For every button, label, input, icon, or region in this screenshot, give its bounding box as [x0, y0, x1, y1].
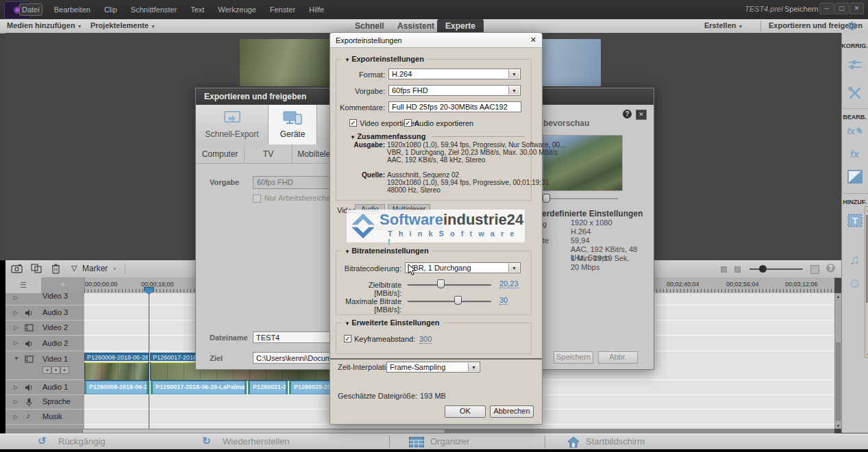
track-header-video3[interactable]: ▷ Video 3 [5, 293, 84, 305]
work-area-checkbox[interactable] [253, 194, 261, 203]
preview-scrub-slider[interactable] [543, 198, 618, 199]
trash-icon[interactable] [51, 263, 60, 274]
expand-icon[interactable]: ▷ [14, 310, 18, 316]
subtab-computer[interactable]: Computer [196, 145, 245, 164]
add-keyframe-icon[interactable]: ♦ [51, 366, 60, 374]
redo-button[interactable]: Wiederherstellen [223, 436, 290, 447]
maximize-icon[interactable]: ▢ [834, 3, 849, 14]
track-header-audio2[interactable]: ▷ Audio 2 [5, 336, 84, 351]
tab-assistent[interactable]: Assistent [389, 19, 443, 33]
home-icon[interactable] [567, 436, 580, 448]
track-header-musik[interactable]: ▷ ♪ Musik [5, 410, 84, 425]
minimize-icon[interactable]: ─ [819, 3, 834, 14]
vorgabe-dropdown[interactable]: 60fps FHD▼ [388, 85, 521, 96]
collapse-icon[interactable]: ▼ [345, 249, 351, 255]
marker-flag-icon[interactable]: ▽ [71, 264, 77, 273]
track-header-sprache[interactable]: ▷ Sprache [5, 395, 84, 410]
zeit-interpolation-dropdown[interactable]: Frame-Sampling▼ [386, 362, 480, 373]
scrollbar-thumb[interactable] [82, 429, 445, 434]
collapse-icon[interactable]: ▼ [14, 355, 19, 362]
tab-schnell[interactable]: Schnell [347, 19, 393, 33]
fit-to-view-icon[interactable] [810, 265, 819, 274]
zoom-out-icon[interactable] [721, 266, 727, 273]
close-icon[interactable]: ✕ [530, 36, 536, 45]
tab-experte[interactable]: Experte [437, 19, 484, 33]
fx-icon[interactable]: fx [841, 148, 868, 160]
panel-cancel-button[interactable]: Abbr. [598, 351, 638, 364]
expand-icon[interactable]: ▷ [14, 340, 18, 346]
menu-clip[interactable]: Clip [102, 4, 119, 15]
dialog-scrollbar[interactable]: ▲ ▼ [865, 206, 868, 358]
help-icon[interactable]: ? [826, 264, 835, 273]
collapse-icon[interactable]: ▼ [345, 57, 351, 63]
expand-icon[interactable]: ▷ [14, 325, 18, 331]
create-button[interactable]: Erstellen ▼ [704, 21, 743, 29]
timeline-zoom-slider[interactable] [749, 268, 803, 270]
close-icon[interactable]: ✕ [850, 3, 864, 14]
expand-icon[interactable]: ▷ [14, 414, 18, 420]
redo-icon[interactable]: ↻ [202, 435, 211, 447]
abbrechen-button[interactable]: Abbrechen [490, 405, 534, 418]
organizer-button[interactable]: Organizer [430, 436, 469, 447]
track-header-video2[interactable]: ▷ Video 2 [5, 321, 84, 336]
maxbitrate-thumb[interactable] [454, 296, 462, 305]
maxbitrate-value[interactable]: 30 [499, 296, 508, 305]
scroll-down-icon[interactable]: ▼ [865, 353, 868, 357]
transition-icon[interactable] [847, 170, 863, 184]
video-clip[interactable]: P1260008-2018-06-26-LaPal [84, 353, 149, 381]
expand-icon[interactable]: ▷ [14, 294, 18, 301]
expand-icon[interactable]: ▷ [14, 384, 18, 390]
menu-hilfe[interactable]: Hilfe [307, 4, 326, 15]
title-icon[interactable]: T [847, 214, 863, 227]
zielbitrate-thumb[interactable] [437, 279, 445, 288]
snapshot-camera-icon[interactable] [11, 264, 23, 273]
organizer-grid-icon[interactable] [409, 437, 424, 447]
add-media-button[interactable]: Medien hinzufügen ▼ [7, 21, 82, 29]
scroll-up-icon[interactable]: ▲ [865, 207, 868, 214]
vertical-scrollbar[interactable]: ▲ ▼ [834, 293, 841, 429]
tools-icon[interactable] [848, 86, 862, 100]
collapse-icon[interactable]: ▼ [350, 134, 357, 140]
menu-text[interactable]: Text [188, 4, 206, 15]
track-header-audio3[interactable]: ▷ Audio 3 [5, 305, 84, 321]
ok-button[interactable]: OK [445, 405, 486, 418]
keyframe-checkbox[interactable]: ✓ [344, 335, 351, 342]
undo-icon[interactable]: ↺ [38, 435, 47, 447]
scrollbar-thumb[interactable] [836, 342, 841, 420]
expand-icon[interactable]: ▷ [14, 399, 18, 405]
audio-export-checkbox[interactable]: ✓ [404, 119, 412, 127]
menu-werkzeuge[interactable]: Werkzeuge [216, 4, 258, 15]
tab-geraete[interactable]: Geräte [269, 105, 317, 145]
scroll-down-icon[interactable]: ▼ [835, 424, 841, 428]
menu-datei[interactable]: Datei [19, 3, 42, 16]
menu-schnittfenster[interactable]: Schnittfenster [129, 4, 179, 15]
preview-slider-thumb[interactable] [543, 194, 550, 203]
maxbitrate-slider[interactable] [408, 301, 491, 303]
close-icon[interactable]: ✕ [636, 110, 647, 120]
tab-schnell-export[interactable]: Schnell-Export [196, 105, 269, 145]
zielbitrate-value[interactable]: 20,23 [499, 279, 519, 288]
zoom-slider-thumb[interactable] [759, 265, 767, 273]
subtab-tv[interactable]: TV [245, 145, 293, 164]
adjust-icon[interactable] [847, 59, 863, 71]
track-header-audio1[interactable]: ▷ Audio 1 [5, 380, 84, 395]
zielbitrate-slider[interactable] [408, 284, 491, 286]
track-header-video1[interactable]: ▼ Video 1 ◂ ♦ ▸ [5, 351, 84, 380]
next-keyframe-icon[interactable]: ▸ [60, 366, 69, 374]
track-settings-icon[interactable]: ☰ [5, 277, 42, 293]
scroll-up-icon[interactable]: ▲ [835, 293, 841, 300]
help-icon[interactable]: ? [623, 110, 632, 118]
format-dropdown[interactable]: H.264▼ [388, 68, 521, 79]
home-button[interactable]: Startbildschirm [586, 436, 645, 447]
gear-icon[interactable] [847, 21, 857, 31]
bitratecodierung-dropdown[interactable]: VBR, 1 Durchgang▼ [405, 262, 521, 273]
collapse-icon[interactable]: ▼ [345, 321, 351, 327]
overlay-icon[interactable] [31, 264, 42, 273]
panel-save-button[interactable]: Speichern [554, 351, 593, 364]
save-button[interactable]: Speichern [784, 5, 819, 13]
menu-bearbeiten[interactable]: Bearbeiten [52, 4, 92, 15]
undo-button[interactable]: Rückgängig [58, 436, 106, 447]
audio-clip[interactable]: P1260017-2018-06-26-LaPalma-Ba [151, 381, 247, 394]
menu-fenster[interactable]: Fenster [268, 4, 297, 15]
audio-clip[interactable]: P1260008-2018-06-26- [84, 381, 149, 394]
